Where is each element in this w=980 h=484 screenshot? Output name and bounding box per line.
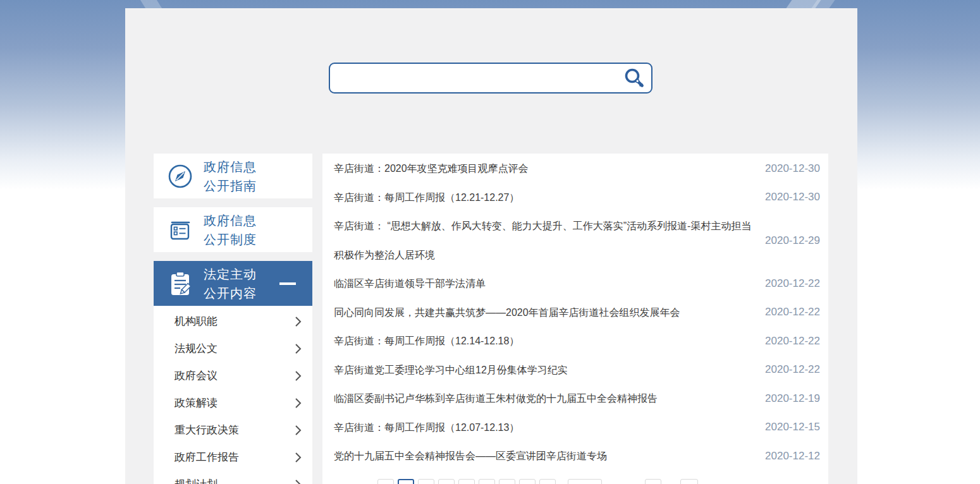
pagination-page[interactable] <box>519 479 536 484</box>
news-link[interactable]: 党的十九届五中全会精神报告会——区委宣讲团辛店街道专场 <box>334 442 756 471</box>
search-input[interactable] <box>330 64 623 92</box>
news-date: 2020-12-30 <box>765 191 820 203</box>
pagination-page[interactable] <box>458 479 475 484</box>
pagination-next-button[interactable] <box>568 479 602 484</box>
search-icon <box>623 68 645 89</box>
news-date: 2020-12-22 <box>765 277 820 290</box>
news-list: 辛店街道：2020年攻坚克难项目观摩点评会 2020-12-30 辛店街道：每周… <box>322 154 828 484</box>
news-date: 2020-12-29 <box>765 234 820 247</box>
news-row: 辛店街道：每周工作周报（12.07-12.13） 2020-12-15 <box>322 413 828 442</box>
sidebar-card-label: 法定主动 公开内容 <box>204 265 257 303</box>
news-date: 2020-12-30 <box>765 162 820 175</box>
sidebar-menu-item-label: 政策解读 <box>175 396 295 410</box>
sidebar-menu-item[interactable]: 规划计划 <box>154 471 312 484</box>
sidebar-menu-item[interactable]: 机构职能 <box>154 308 312 335</box>
news-row: 临淄区委副书记卢华栋到辛店街道王朱村做党的十九届五中全会精神报告 2020-12… <box>322 384 828 413</box>
sidebar-card-label: 政府信息 公开制度 <box>204 211 257 249</box>
news-row: 辛店街道党工委理论学习中心组12月份集体学习纪实 2020-12-22 <box>322 356 828 385</box>
news-link[interactable]: 同心同向同发展，共建共赢共筑梦——2020年首届辛店街道社会组织发展年会 <box>334 298 756 327</box>
news-date: 2020-12-19 <box>765 392 820 405</box>
sidebar-menu-item[interactable]: 政府工作报告 <box>154 444 312 471</box>
news-row: 党的十九届五中全会精神报告会——区委宣讲团辛店街道专场 2020-12-12 <box>322 442 828 471</box>
sidebar-card-disclosure-system[interactable]: 政府信息 公开制度 <box>154 207 312 252</box>
pagination-control[interactable] <box>680 479 698 484</box>
news-link[interactable]: 临淄区辛店街道领导干部学法清单 <box>334 269 756 298</box>
sidebar-menu-item-label: 政府工作报告 <box>175 450 295 464</box>
sidebar-card-label: 政府信息 公开指南 <box>204 157 257 195</box>
news-date: 2020-12-15 <box>765 421 820 433</box>
sidebar-menu-item[interactable]: 政策解读 <box>154 389 312 416</box>
news-link[interactable]: 辛店街道：每周工作周报（12.07-12.13） <box>334 413 756 442</box>
news-link[interactable]: 辛店街道党工委理论学习中心组12月份集体学习纪实 <box>334 356 756 385</box>
sidebar-menu-item[interactable]: 法规公文 <box>154 335 312 362</box>
news-link[interactable]: 辛店街道：每周工作周报（12.21-12.27） <box>334 183 756 212</box>
news-date: 2020-12-22 <box>765 335 820 348</box>
pagination-page[interactable] <box>499 479 515 484</box>
sidebar-card-disclosure-guide[interactable]: 政府信息 公开指南 <box>154 154 312 198</box>
pagination-control[interactable] <box>645 479 661 484</box>
sidebar-menu-item-label: 法规公文 <box>175 341 295 356</box>
news-link[interactable]: 辛店街道： “思想大解放、作风大转变、能力大提升、工作大落实”活动系列报道-渠村… <box>334 212 756 269</box>
sidebar-menu-item-label: 规划计划 <box>175 477 295 484</box>
pagination <box>377 479 702 484</box>
pagination-page-current[interactable] <box>398 479 414 484</box>
sidebar-card-mandatory-disclosure[interactable]: 法定主动 公开内容 <box>154 261 312 306</box>
sidebar-menu-item-label: 重大行政决策 <box>175 423 295 437</box>
news-row: 辛店街道： “思想大解放、作风大转变、能力大提升、工作大落实”活动系列报道-渠村… <box>322 212 828 269</box>
news-date: 2020-12-12 <box>765 450 820 463</box>
news-row: 同心同向同发展，共建共赢共筑梦——2020年首届辛店街道社会组织发展年会 202… <box>322 298 828 327</box>
news-row: 临淄区辛店街道领导干部学法清单 2020-12-22 <box>322 269 828 298</box>
sidebar-menu-item[interactable]: 重大行政决策 <box>154 416 312 444</box>
ledger-icon <box>166 215 195 245</box>
news-date: 2020-12-22 <box>765 363 820 376</box>
pagination-page[interactable] <box>377 479 394 484</box>
search-bar <box>329 63 652 94</box>
sidebar-menu-item[interactable]: 政府会议 <box>154 362 312 389</box>
page: 政府信息 公开指南 政府信息 公开制度 <box>0 0 980 484</box>
pagination-page[interactable] <box>539 479 556 484</box>
chevron-right-icon <box>295 479 302 484</box>
sidebar-menu-item-label: 机构职能 <box>175 314 295 329</box>
search-button[interactable] <box>623 64 651 92</box>
news-link[interactable]: 临淄区委副书记卢华栋到辛店街道王朱村做党的十九届五中全会精神报告 <box>334 384 756 413</box>
chevron-right-icon <box>295 397 302 409</box>
chevron-right-icon <box>295 425 302 436</box>
minus-icon <box>279 282 296 285</box>
chevron-right-icon <box>295 316 302 327</box>
chevron-right-icon <box>295 370 302 382</box>
pagination-page[interactable] <box>418 479 434 484</box>
chevron-right-icon <box>295 452 302 463</box>
news-link[interactable]: 辛店街道：每周工作周报（12.14-12.18） <box>334 327 756 356</box>
sidebar-menu-item-label: 政府会议 <box>175 368 295 383</box>
news-row: 辛店街道：2020年攻坚克难项目观摩点评会 2020-12-30 <box>322 154 828 183</box>
chevron-right-icon <box>295 343 302 354</box>
pagination-page[interactable] <box>438 479 455 484</box>
pagination-page[interactable] <box>479 479 495 484</box>
sidebar-menu: 机构职能 法规公文 政府会议 政策解读 重大行政 <box>154 306 312 484</box>
news-row: 辛店街道：每周工作周报（12.21-12.27） 2020-12-30 <box>322 183 828 212</box>
compass-icon <box>166 162 195 191</box>
news-row: 辛店街道：每周工作周报（12.14-12.18） 2020-12-22 <box>322 327 828 356</box>
news-link[interactable]: 辛店街道：2020年攻坚克难项目观摩点评会 <box>334 154 756 183</box>
clipboard-pencil-icon <box>166 269 195 298</box>
news-date: 2020-12-22 <box>765 306 820 318</box>
